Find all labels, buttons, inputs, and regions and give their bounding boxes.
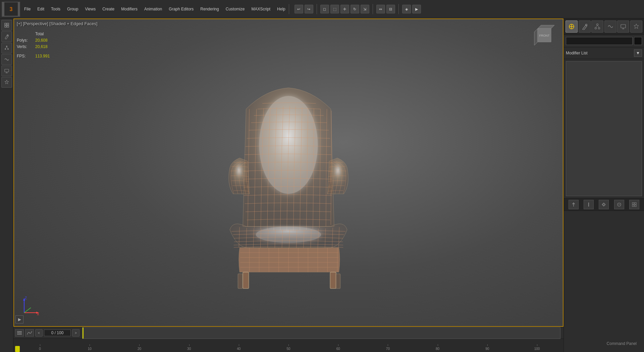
main-viewport[interactable]: [+] [Perspective] [Shaded + Edged Faces]…: [13, 18, 564, 327]
align-button[interactable]: ⊟: [386, 5, 395, 13]
menu-file[interactable]: File: [23, 6, 32, 12]
modifier-stack-area[interactable]: [566, 61, 642, 196]
ruler-mark-40: 40: [214, 347, 264, 351]
ruler-mark-60: 60: [313, 347, 363, 351]
rotate-button[interactable]: ↻: [351, 5, 359, 13]
toolbar-sep-1: [289, 4, 289, 14]
svg-rect-4: [5, 26, 6, 27]
modifier-list-dropdown[interactable]: ▼: [634, 49, 642, 57]
svg-point-20: [256, 226, 321, 243]
motion-tab-button[interactable]: [604, 20, 616, 33]
menu-rendering[interactable]: Rendering: [199, 6, 220, 12]
menu-create[interactable]: Create: [101, 6, 116, 12]
command-panel-label: Command Panel: [567, 339, 641, 349]
svg-line-10: [5, 47, 7, 48]
fps-value: 113.991: [35, 53, 50, 59]
configure-modifier-sets-button[interactable]: [629, 200, 639, 209]
chair-canvas: [14, 19, 563, 326]
scale-button[interactable]: ⇲: [361, 5, 369, 13]
ruler-mark-50: 50: [264, 347, 313, 351]
create-tab-button[interactable]: [566, 20, 578, 33]
hierarchy-tab-button[interactable]: [591, 20, 603, 33]
display-panel-btn[interactable]: [1, 65, 12, 76]
menu-animation[interactable]: Animation: [143, 6, 163, 12]
utility-tab-button[interactable]: [630, 20, 642, 33]
ruler-mark-90: 90: [463, 347, 512, 351]
select-region-button[interactable]: ⬚: [330, 5, 339, 13]
ruler-mark-80: 80: [413, 347, 463, 351]
remove-modifier-button[interactable]: [614, 200, 624, 209]
viewport-stats: Total Polys: 20,608 Verts: 20,618 FPS: 1…: [17, 31, 50, 59]
render-button[interactable]: ▶: [412, 5, 421, 13]
top-toolbar: 3 File Edit Tools Group Views Create Mod…: [0, 0, 644, 18]
menu-maxscript[interactable]: MAXScript: [250, 6, 272, 12]
timeline-scrubber[interactable]: [82, 327, 560, 339]
undo-button[interactable]: ↩: [294, 5, 303, 13]
modify-panel-btn[interactable]: [1, 31, 12, 42]
play-button[interactable]: ▶: [15, 315, 23, 323]
menu-bar: File Edit Tools Group Views Create Modif…: [23, 6, 287, 12]
track-view-button[interactable]: [15, 329, 24, 337]
active-shade-button[interactable]: [584, 200, 594, 209]
svg-rect-24: [336, 274, 340, 289]
stats-total-label: Total: [35, 31, 44, 37]
chair-model-svg: [174, 70, 402, 298]
viewport-label: [+] [Perspective] [Shaded + Edged Faces]: [17, 21, 98, 26]
menu-views[interactable]: Views: [84, 6, 97, 12]
ruler-mark-100: 100: [512, 347, 562, 351]
curve-editor-button[interactable]: [25, 329, 34, 337]
timeline-thumb[interactable]: [15, 346, 20, 352]
prev-frame-button[interactable]: <: [35, 329, 43, 337]
menu-tools[interactable]: Tools: [50, 6, 62, 12]
svg-rect-5: [7, 26, 9, 27]
material-editor-button[interactable]: ◈: [402, 5, 411, 13]
pin-stack-button[interactable]: [569, 200, 579, 209]
svg-line-45: [596, 26, 597, 28]
svg-point-42: [597, 24, 598, 26]
right-panel: Modifier List ▼: [564, 18, 644, 352]
menu-help[interactable]: Help: [276, 6, 287, 12]
command-panel-area: Command Panel: [564, 211, 644, 352]
svg-line-11: [7, 47, 8, 48]
modifier-toolbar: [564, 198, 644, 211]
frame-display-text: 0 / 100: [51, 331, 64, 335]
verts-value: 20,618: [35, 44, 48, 50]
menu-graph-editors[interactable]: Graph Editors: [167, 6, 195, 12]
select-button[interactable]: ◻: [320, 5, 329, 13]
svg-point-9: [7, 48, 9, 50]
display-tab-button[interactable]: [617, 20, 629, 33]
hierarchy-panel-btn[interactable]: [1, 43, 12, 53]
ruler-mark-20: 20: [114, 347, 164, 351]
svg-rect-55: [632, 203, 634, 204]
sep4: [398, 4, 399, 14]
next-frame-button[interactable]: >: [72, 329, 79, 337]
modify-tab-button[interactable]: [579, 20, 591, 33]
menu-group[interactable]: Group: [66, 6, 79, 12]
svg-point-44: [598, 28, 600, 29]
color-swatch-button[interactable]: [634, 37, 642, 45]
menu-modifiers[interactable]: Modifiers: [120, 6, 139, 12]
svg-point-43: [595, 28, 597, 29]
redo-button[interactable]: ↪: [305, 5, 313, 13]
ruler-marks: 0 10 20 30 40 50 60 70 80 90 100: [13, 347, 564, 351]
svg-line-31: [24, 308, 31, 313]
middle-area: [+] [Perspective] [Shaded + Edged Faces]…: [0, 18, 644, 352]
move-button[interactable]: ✛: [340, 5, 349, 13]
make-unique-button[interactable]: [599, 200, 609, 209]
viewport-label-text: [+] [Perspective] [Shaded + Edged Faces]: [17, 21, 98, 26]
fps-label: FPS:: [17, 53, 35, 59]
svg-point-7: [6, 46, 7, 47]
menu-edit[interactable]: Edit: [36, 6, 46, 12]
utility-panel-btn[interactable]: [1, 77, 12, 88]
mirror-button[interactable]: ⇔: [376, 5, 385, 13]
object-name-input[interactable]: [566, 37, 633, 45]
menu-customize[interactable]: Customize: [224, 6, 246, 12]
svg-line-46: [597, 26, 599, 28]
create-panel-btn[interactable]: [1, 20, 12, 31]
motion-panel-btn[interactable]: [1, 54, 12, 65]
svg-text:3: 3: [9, 6, 12, 12]
svg-text:Z: Z: [25, 296, 27, 300]
stats-polys-row: Polys: 20,608: [17, 37, 50, 44]
stats-fps-row: FPS: 113.991: [17, 53, 50, 59]
svg-text:X: X: [37, 312, 39, 316]
